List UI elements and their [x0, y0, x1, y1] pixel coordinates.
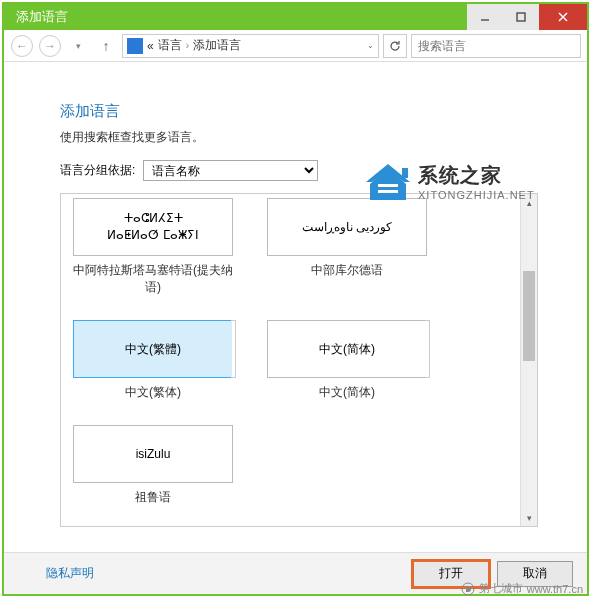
- window-title: 添加语言: [16, 8, 68, 26]
- group-select[interactable]: 语言名称: [143, 160, 318, 181]
- language-native-name: 中文(繁體): [125, 341, 181, 358]
- chevron-right-icon: ›: [186, 40, 189, 51]
- forward-button[interactable]: →: [38, 34, 62, 58]
- breadcrumb-part-1[interactable]: 语言: [158, 37, 182, 54]
- breadcrumb-part-2[interactable]: 添加语言: [193, 37, 241, 54]
- titlebar: 添加语言: [4, 4, 587, 30]
- location-icon: [127, 38, 143, 54]
- language-caption: 祖鲁语: [73, 489, 233, 506]
- language-native-name: isiZulu: [136, 446, 171, 463]
- language-native-name: ⵜⴰⵛⵍⵃⵉⵜ: [124, 210, 183, 227]
- watermark-url: www.th7.cn: [527, 583, 583, 595]
- language-item[interactable]: کوردیی ناوەڕاست中部库尔德语: [267, 198, 427, 296]
- search-input[interactable]: [411, 34, 581, 58]
- language-native-name: 中文(简体): [319, 341, 375, 358]
- language-tile[interactable]: کوردیی ناوەڕاست: [267, 198, 427, 256]
- language-tile[interactable]: ⵜⴰⵛⵍⵃⵉⵜⵍⴰⵟⵍⴰⵚ ⵎⴰⵥⵢⵏ: [73, 198, 233, 256]
- watermark-site: 第七城市: [479, 581, 523, 596]
- language-caption: 中阿特拉斯塔马塞特语(提夫纳语): [73, 262, 233, 296]
- svg-rect-5: [378, 190, 398, 193]
- scroll-thumb[interactable]: [523, 271, 535, 361]
- watermark-footer: 第七城市 www.th7.cn: [461, 581, 583, 596]
- scroll-down-icon[interactable]: ▾: [521, 509, 538, 526]
- language-tile[interactable]: isiZulu: [73, 425, 233, 483]
- d-icon: [461, 582, 475, 596]
- minimize-button[interactable]: [467, 4, 503, 30]
- scrollbar[interactable]: ▴ ▾: [520, 194, 537, 526]
- up-button[interactable]: ↑: [94, 34, 118, 58]
- language-native-name-2: ⵍⴰⵟⵍⴰⵚ ⵎⴰⵥⵢⵏ: [107, 227, 198, 244]
- maximize-button[interactable]: [503, 4, 539, 30]
- language-tile[interactable]: 中文(繁體): [73, 320, 233, 378]
- group-label: 语言分组依据:: [60, 162, 135, 179]
- language-grid: ⵜⴰⵛⵍⵃⵉⵜⵍⴰⵟⵍⴰⵚ ⵎⴰⵥⵢⵏ中阿特拉斯塔马塞特语(提夫纳语)کوردی…: [61, 194, 519, 526]
- content-area: 添加语言 使用搜索框查找更多语言。 语言分组依据: 语言名称 ⵜⴰⵛⵍⵃⵉⵜⵍⴰ…: [4, 62, 587, 527]
- svg-rect-6: [402, 168, 408, 178]
- navbar: ← → ▾ ↑ « 语言 › 添加语言 ⌄: [4, 30, 587, 62]
- language-item[interactable]: 中文(简体)中文(简体): [267, 320, 427, 401]
- watermark-text-2: XITONGZHIJIA.NET: [418, 189, 535, 201]
- language-item[interactable]: 中文(繁體)中文(繁体): [73, 320, 233, 401]
- breadcrumb[interactable]: « 语言 › 添加语言 ⌄: [122, 34, 379, 58]
- language-caption: 中文(繁体): [73, 384, 233, 401]
- breadcrumb-prefix: «: [147, 39, 154, 53]
- back-button[interactable]: ←: [10, 34, 34, 58]
- language-panel: ⵜⴰⵛⵍⵃⵉⵜⵍⴰⵟⵍⴰⵚ ⵎⴰⵥⵢⵏ中阿特拉斯塔马塞特语(提夫纳语)کوردی…: [60, 193, 538, 527]
- svg-rect-4: [378, 184, 398, 187]
- house-icon: [364, 160, 412, 202]
- privacy-link[interactable]: 隐私声明: [46, 565, 94, 582]
- page-title: 添加语言: [60, 102, 575, 121]
- close-button[interactable]: [539, 4, 587, 30]
- titlebar-controls: [467, 4, 587, 30]
- language-item[interactable]: isiZulu祖鲁语: [73, 425, 233, 506]
- language-item[interactable]: ⵜⴰⵛⵍⵃⵉⵜⵍⴰⵟⵍⴰⵚ ⵎⴰⵥⵢⵏ中阿特拉斯塔马塞特语(提夫纳语): [73, 198, 233, 296]
- language-caption: 中部库尔德语: [267, 262, 427, 279]
- chevron-down-icon[interactable]: ⌄: [367, 41, 374, 50]
- language-caption: 中文(简体): [267, 384, 427, 401]
- watermark-logo: 系统之家 XITONGZHIJIA.NET: [364, 160, 579, 202]
- dropdown-history-button[interactable]: ▾: [66, 34, 90, 58]
- scroll-track[interactable]: [521, 211, 537, 509]
- refresh-button[interactable]: [383, 34, 407, 58]
- svg-rect-1: [517, 13, 525, 21]
- watermark-text-1: 系统之家: [418, 162, 535, 189]
- language-native-name: کوردیی ناوەڕاست: [302, 219, 392, 236]
- language-tile[interactable]: 中文(简体): [267, 320, 427, 378]
- hint-text: 使用搜索框查找更多语言。: [60, 129, 575, 146]
